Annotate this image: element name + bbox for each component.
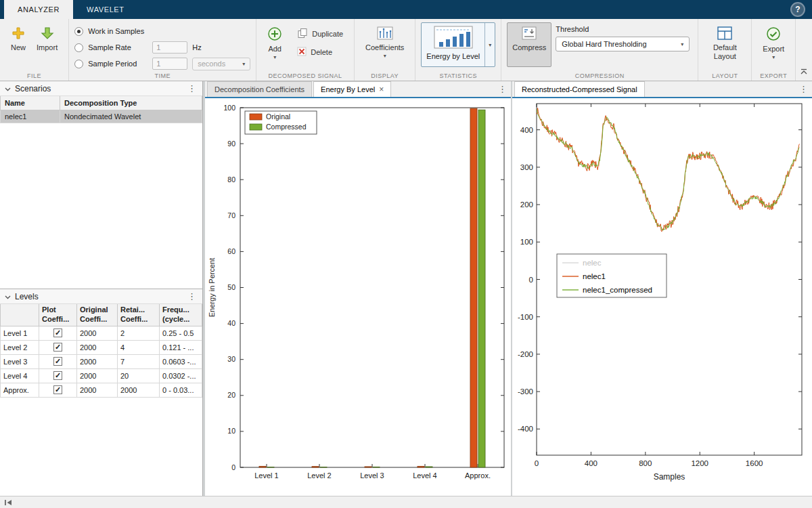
sample-period-unit-select[interactable]: seconds ▾	[192, 58, 250, 70]
ribbon-section-layout: Default Layout LAYOUT	[698, 19, 752, 81]
coefficients-icon	[377, 26, 393, 41]
levels-panel: Levels ⋮ PlotCoeffi... OriginalCoeffi...…	[0, 289, 202, 496]
section-label-compression: COMPRESSION	[501, 72, 698, 79]
level-retained[interactable]: 7	[118, 354, 160, 368]
svg-text:60: 60	[227, 247, 235, 255]
duplicate-button[interactable]: Duplicate	[292, 25, 348, 43]
wavelet-analyzer-app: ANALYZER WAVELET ? New Import FILE Work …	[0, 0, 812, 508]
svg-text:0: 0	[535, 459, 539, 467]
tab-analyzer[interactable]: ANALYZER	[4, 0, 73, 19]
levels-col-retained: Retai...Coeffi...	[118, 304, 160, 326]
tab-reconstructed-compressed-signal[interactable]: Reconstructed-Compressed Signal	[514, 81, 645, 97]
level-freq: 0 - 0.03...	[160, 383, 202, 397]
svg-text:1600: 1600	[746, 459, 763, 467]
plot-checkbox[interactable]	[53, 357, 62, 366]
plot-checkbox[interactable]	[53, 343, 62, 352]
energy-by-level-icon	[434, 26, 473, 50]
svg-text:30: 30	[227, 355, 235, 363]
level-name: Level 4	[1, 368, 39, 383]
energy-by-level-button[interactable]: Energy by Level ▾	[421, 22, 495, 67]
import-button[interactable]: Import	[31, 22, 63, 56]
right-tabbar-menu-icon[interactable]: ⋮	[799, 84, 808, 94]
svg-text:80: 80	[227, 175, 235, 184]
level-original: 2000	[77, 383, 118, 397]
plot-checkbox[interactable]	[53, 329, 62, 337]
coefficients-button[interactable]: Coefficients ▾	[360, 22, 409, 62]
add-button[interactable]: Add ▾	[262, 22, 288, 64]
plot-checkbox[interactable]	[53, 385, 62, 394]
work-in-samples-row: Work in Samples	[74, 24, 250, 38]
compress-button[interactable]: Compress	[507, 22, 551, 67]
sample-rate-radio[interactable]	[74, 43, 83, 52]
svg-text:100: 100	[520, 238, 533, 246]
energy-by-level-dropdown[interactable]: ▾	[484, 23, 495, 66]
scenarios-menu-icon[interactable]: ⋮	[186, 84, 198, 93]
add-icon	[267, 26, 282, 43]
threshold-select[interactable]: Global Hard Thresholding ▾	[556, 37, 690, 51]
section-label-statistics: STATISTICS	[415, 72, 501, 79]
svg-text:0: 0	[231, 463, 235, 471]
new-button[interactable]: New	[5, 22, 31, 56]
tab-decomposition-coefficients[interactable]: Decomposition Coefficients	[207, 81, 312, 97]
tab-label: Decomposition Coefficients	[215, 85, 304, 93]
svg-text:-400: -400	[518, 425, 533, 433]
sample-rate-label: Sample Rate	[88, 43, 148, 51]
levels-col-freq: Frequ...(cycle...	[160, 304, 202, 326]
center-tab-bar: Decomposition Coefficients Energy By Lev…	[205, 81, 511, 98]
level-row: Approx. 2000 2000 0 - 0.03...	[1, 383, 202, 397]
tab-wavelet[interactable]: WAVELET	[73, 0, 138, 19]
center-tabbar-menu-icon[interactable]: ⋮	[498, 84, 507, 94]
duplicate-button-label: Duplicate	[312, 30, 343, 38]
svg-text:100: 100	[223, 104, 235, 112]
scenarios-header[interactable]: Scenarios ⋮	[0, 81, 202, 96]
status-bar	[0, 496, 812, 508]
level-freq: 0.25 - 0.5	[160, 326, 202, 340]
svg-text:0: 0	[529, 276, 533, 284]
ribbon-section-decomposed-signal: Add ▾ Duplicate Delete DECOMPOSED SIGNAL	[256, 19, 355, 81]
svg-text:Level 3: Level 3	[360, 471, 384, 480]
level-retained[interactable]: 2	[118, 326, 160, 340]
sample-period-unit-value: seconds	[198, 60, 225, 68]
svg-text:Level 4: Level 4	[413, 471, 436, 480]
svg-text:10: 10	[227, 427, 235, 435]
level-original: 2000	[77, 326, 118, 340]
energy-by-level-label: Energy by Level	[426, 52, 480, 60]
level-retained[interactable]: 20	[118, 368, 160, 383]
center-document-panel: Decomposition Coefficients Energy By Lev…	[205, 81, 511, 496]
svg-text:Compressed: Compressed	[266, 123, 307, 131]
import-button-label: Import	[37, 43, 58, 51]
threshold-label: Threshold	[556, 25, 690, 33]
svg-text:400: 400	[520, 126, 533, 134]
levels-title: Levels	[15, 292, 39, 301]
ribbon-section-export: Export ▾ EXPORT	[752, 19, 796, 81]
level-row: Level 3 2000 7 0.0603 -...	[1, 354, 202, 368]
default-layout-label: Default Layout	[709, 43, 740, 61]
close-icon[interactable]: ×	[379, 85, 384, 93]
tab-energy-by-level[interactable]: Energy By Level ×	[313, 81, 391, 97]
work-in-samples-radio[interactable]	[74, 27, 83, 36]
sample-rate-input[interactable]	[152, 41, 187, 54]
scenario-row[interactable]: nelec1 Nondecimated Wavelet	[1, 110, 202, 123]
plot-checkbox[interactable]	[53, 371, 62, 380]
svg-text:200: 200	[520, 200, 533, 209]
chevron-down-icon: ▾	[681, 42, 683, 47]
collapse-left-panel-icon[interactable]	[4, 496, 12, 508]
collapse-ribbon-icon[interactable]	[800, 65, 807, 77]
level-retained[interactable]: 4	[118, 340, 160, 354]
help-button[interactable]: ?	[790, 2, 805, 17]
sample-rate-row: Sample Rate Hz	[74, 41, 250, 54]
new-button-label: New	[11, 43, 26, 51]
scenario-name: nelec1	[1, 110, 60, 123]
level-retained[interactable]: 2000	[118, 383, 160, 397]
delete-button[interactable]: Delete	[292, 44, 348, 60]
default-layout-button[interactable]: Default Layout	[704, 22, 746, 65]
svg-text:Level 2: Level 2	[307, 471, 331, 480]
levels-col-original: OriginalCoeffi...	[77, 304, 118, 326]
export-button[interactable]: Export ▾	[757, 22, 790, 64]
levels-menu-icon[interactable]: ⋮	[186, 292, 198, 301]
help-icon: ?	[795, 5, 800, 14]
sample-period-label: Sample Period	[88, 60, 148, 68]
sample-period-radio[interactable]	[74, 60, 83, 68]
levels-header[interactable]: Levels ⋮	[0, 289, 202, 304]
sample-period-input[interactable]	[152, 58, 187, 70]
